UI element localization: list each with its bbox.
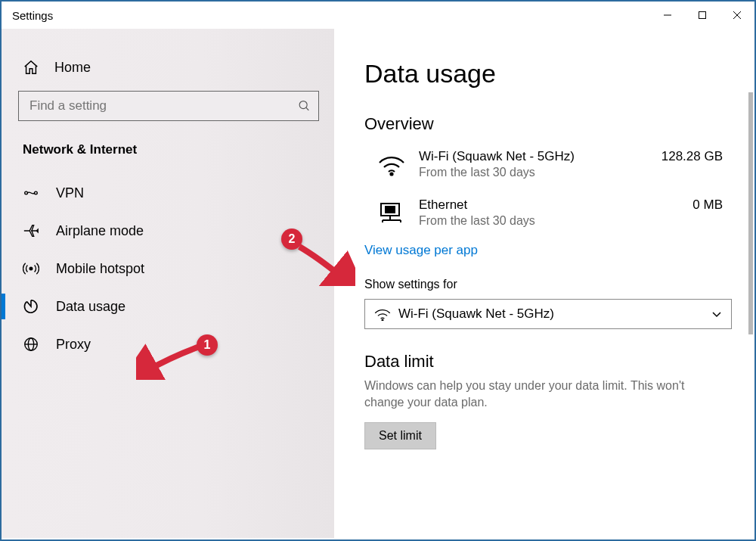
search-icon [298,99,311,113]
svg-point-19 [382,319,383,321]
sidebar-item-hotspot[interactable]: Mobile hotspot [18,250,319,288]
nav-label: Mobile hotspot [56,261,144,277]
window-controls [650,2,754,28]
data-limit-desc: Windows can help you stay under your dat… [364,378,712,412]
wifi-icon [374,307,391,321]
proxy-icon [23,336,39,353]
home-icon [23,59,39,76]
overview-header: Overview [364,114,732,134]
minimize-button[interactable] [650,2,685,28]
scrollbar[interactable] [748,92,753,334]
set-limit-button[interactable]: Set limit [364,422,436,449]
sidebar-item-airplane[interactable]: Airplane mode [18,212,319,250]
section-header: Network & Internet [23,142,319,157]
svg-rect-1 [699,12,706,19]
svg-point-6 [25,191,28,194]
window-title: Settings [12,9,53,22]
svg-point-7 [35,191,38,194]
nav-label: Proxy [56,337,91,353]
overview-sub: From the last 30 days [419,166,575,179]
sidebar: Home Network & Internet VPN Airplane mod… [2,29,334,538]
svg-point-4 [299,101,307,109]
home-label: Home [54,60,91,76]
nav-label: Airplane mode [56,223,144,239]
overview-name: Ethernet [419,197,535,213]
overview-value: 128.28 GB [662,149,732,164]
hotspot-icon [23,260,39,277]
network-dropdown[interactable]: Wi-Fi (Squawk Net - 5GHz) [364,299,732,329]
close-button[interactable] [720,2,754,28]
svg-rect-14 [386,207,395,213]
sidebar-item-vpn[interactable]: VPN [18,174,319,212]
dropdown-value: Wi-Fi (Squawk Net - 5GHz) [398,306,711,322]
overview-sub: From the last 30 days [419,214,535,228]
nav-label: VPN [56,185,84,201]
view-usage-link[interactable]: View usage per app [364,243,478,258]
wifi-icon [378,152,405,176]
sidebar-item-data-usage[interactable]: Data usage [18,288,319,325]
search-box[interactable] [18,91,319,121]
annotation-arrow-1 [136,340,204,380]
vpn-icon [23,185,39,201]
svg-point-12 [391,173,393,176]
search-input[interactable] [29,98,298,113]
page-title: Data usage [364,59,732,89]
overview-ethernet: Ethernet From the last 30 days 0 MB [364,193,732,241]
svg-point-8 [29,267,33,270]
svg-line-5 [306,107,309,110]
chevron-down-icon [711,309,722,319]
data-usage-icon [23,298,39,315]
data-limit-header: Data limit [364,352,732,372]
maximize-button[interactable] [685,2,720,28]
overview-value: 0 MB [692,197,732,213]
ethernet-icon [378,201,405,225]
show-settings-label: Show settings for [364,278,732,291]
overview-wifi: Wi-Fi (Squawk Net - 5GHz) From the last … [364,145,732,193]
home-nav[interactable]: Home [23,59,319,76]
main-content: Data usage Overview Wi-Fi (Squawk Net - … [334,29,754,538]
annotation-arrow-2 [295,242,355,286]
airplane-icon [23,222,39,239]
titlebar: Settings [2,2,754,29]
nav-label: Data usage [56,299,125,315]
overview-name: Wi-Fi (Squawk Net - 5GHz) [419,149,575,164]
